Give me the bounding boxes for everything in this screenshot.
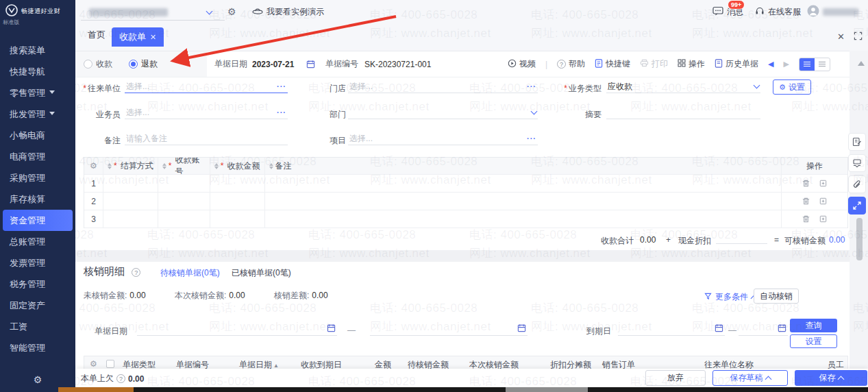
help-button[interactable]: ? 帮助 (557, 58, 585, 70)
doc-edit-icon[interactable] (848, 133, 866, 151)
col-current-amount[interactable]: 本次核销金额 (469, 359, 519, 369)
history-button[interactable]: 历史单据 (715, 58, 758, 70)
radio-on-icon[interactable] (129, 60, 138, 69)
chevron-down-icon[interactable] (754, 82, 760, 89)
more-icon[interactable]: ··· (527, 134, 536, 143)
tab-home[interactable]: 首页 (88, 23, 106, 47)
scrollbar[interactable] (856, 218, 863, 260)
copy-row-icon[interactable] (819, 215, 828, 223)
col-pending-amount[interactable]: 待核销金额 (408, 359, 449, 369)
col-sales-order[interactable]: 销售订单 (602, 359, 635, 369)
copy-row-icon[interactable] (819, 179, 828, 188)
calendar-icon[interactable] (327, 323, 336, 334)
cell[interactable] (265, 210, 782, 228)
sort-icon[interactable] (269, 163, 273, 169)
sort-icon[interactable] (162, 163, 166, 169)
col-doc-no[interactable]: 单据编号 (176, 359, 209, 369)
date-to-field[interactable] (370, 323, 528, 336)
demo-link[interactable]: 我要看实例演示 (252, 0, 324, 23)
sidebar-item-wholesale-mgmt[interactable]: 批发管理 (0, 103, 75, 125)
user-account[interactable] (807, 0, 858, 23)
col-partner-name[interactable]: 往来单位名称 (704, 359, 754, 369)
auto-writeoff-button[interactable]: 自动核销 (754, 289, 799, 304)
cell[interactable] (103, 193, 158, 210)
calendar-icon[interactable] (306, 51, 315, 77)
tab-receipt-active[interactable]: 收款单✕ (112, 27, 164, 47)
tab-done-writeoff[interactable]: 已核销单据(0笔) (232, 267, 291, 279)
table-row[interactable]: 1 (84, 175, 847, 193)
sidebar-item-quick-nav[interactable]: 快捷导航 (0, 61, 75, 82)
store-field[interactable]: 选择...··· (348, 80, 538, 93)
cell[interactable] (210, 175, 265, 192)
save-draft-button[interactable]: 保存草稿 (712, 370, 788, 386)
list-view-icon[interactable] (799, 58, 815, 71)
more-icon[interactable]: ··· (527, 82, 536, 90)
sidebar-settings-gear-icon[interactable]: ⚙ (0, 374, 75, 385)
card-view-icon[interactable] (815, 58, 830, 71)
col-doc-type[interactable]: 单据类型 (123, 359, 156, 369)
filter-settings-button[interactable]: 设置 (790, 334, 837, 348)
col-due-date[interactable]: 收款到期日 (301, 359, 342, 369)
print-tray-icon[interactable] (848, 154, 866, 172)
select-all-checkbox[interactable] (106, 360, 114, 368)
sort-icon[interactable] (108, 163, 112, 169)
sidebar-item-invoice-mgmt[interactable]: 发票管理 (0, 252, 75, 273)
fullscreen-icon[interactable] (854, 32, 863, 42)
calendar-icon[interactable] (517, 323, 526, 334)
date-from-field[interactable] (137, 323, 337, 336)
gear-icon[interactable]: ⚙ (227, 7, 236, 16)
remark-field[interactable]: 请输入备注 (125, 132, 288, 145)
more-icon[interactable]: ··· (277, 82, 286, 90)
close-tab-icon[interactable]: ✕ (150, 33, 156, 42)
sidebar-item-purchase-mgmt[interactable]: 采购管理 (0, 167, 75, 188)
trash-icon[interactable] (802, 179, 810, 188)
project-field[interactable]: 选择...··· (348, 132, 538, 145)
prev-arrow-icon[interactable]: ◀ (768, 60, 773, 69)
sidebar-item-retail-mgmt[interactable]: 零售管理 (0, 82, 75, 103)
cell[interactable] (210, 210, 265, 228)
print-button[interactable]: 打印 (640, 58, 668, 70)
question-circle-icon[interactable]: ? (116, 374, 125, 383)
column-settings-gear-icon[interactable]: ⚙ (90, 359, 97, 369)
sort-icon[interactable] (214, 163, 219, 169)
settings-button[interactable]: ⚙设置 (773, 79, 811, 95)
action-button[interactable]: 操作 (678, 58, 705, 70)
scroll-up-icon[interactable] (858, 58, 865, 66)
sidebar-item-xiaochang-ecom[interactable]: 小畅电商 (0, 125, 75, 146)
table-row[interactable]: 2 (84, 193, 847, 210)
question-circle-icon[interactable]: ? (132, 268, 140, 277)
due-to-field[interactable] (739, 323, 788, 336)
calendar-icon[interactable] (715, 323, 723, 334)
query-button[interactable]: 查询 (790, 319, 837, 332)
summary-field[interactable] (606, 106, 760, 119)
video-button[interactable]: 视频 (508, 58, 536, 70)
cell[interactable] (158, 175, 210, 192)
sidebar-item-fund-mgmt[interactable]: 资金管理 (3, 210, 73, 231)
dept-select[interactable] (348, 106, 538, 119)
online-service-button[interactable]: 在线客服 (755, 0, 801, 23)
trash-icon[interactable] (802, 197, 810, 206)
table-row[interactable]: 3 (84, 210, 847, 228)
cell[interactable] (210, 193, 265, 210)
sidebar-item-ledger-mgmt[interactable]: 总账管理 (0, 231, 75, 252)
sidebar-item-fixed-assets[interactable]: 固定资产 (0, 295, 75, 316)
copy-row-icon[interactable] (819, 197, 828, 206)
sidebar-item-inventory-accounting[interactable]: 库存核算 (0, 188, 75, 210)
col-discount-share[interactable]: 折扣分摊额 (550, 359, 591, 369)
sidebar-item-tax-mgmt[interactable]: 税务管理 (0, 273, 75, 295)
tab-pending-writeoff[interactable]: 待核销单据(0笔) (160, 267, 220, 279)
sidebar-item-search-menu[interactable]: 搜索菜单 (0, 40, 75, 61)
salesman-field[interactable]: 选择...··· (125, 106, 288, 119)
cell[interactable] (265, 175, 782, 192)
cell[interactable] (158, 210, 210, 228)
calendar-icon[interactable] (778, 323, 786, 334)
trash-icon[interactable] (802, 215, 810, 223)
radio-off-icon[interactable] (84, 60, 92, 69)
due-from-field[interactable] (618, 323, 725, 336)
company-name-blurred[interactable] (89, 8, 168, 16)
next-arrow-icon[interactable]: ▶ (784, 60, 789, 69)
col-doc-date[interactable]: 单据日期▲ (239, 359, 279, 369)
abandon-button[interactable]: 放弃 (645, 370, 706, 386)
col-amount[interactable]: 金额 (375, 359, 391, 369)
cell[interactable] (103, 210, 158, 228)
